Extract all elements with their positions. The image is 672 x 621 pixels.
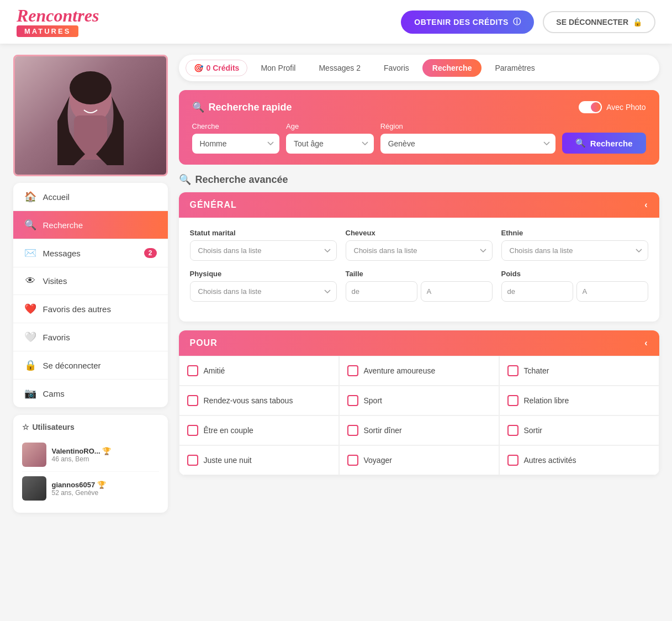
sidebar-item-messages[interactable]: ✉️ Messages 2 [13, 239, 168, 267]
sidebar-item-cams[interactable]: 📷 Cams [13, 380, 168, 407]
info-icon: ⓘ [513, 17, 521, 27]
physique-select[interactable]: Choisis dans la liste [190, 281, 337, 302]
user-item-1[interactable]: ValentinoRO... 🏆 46 ans, Bern [22, 438, 159, 472]
profile-image [15, 56, 166, 175]
checkbox-8[interactable] [507, 425, 518, 436]
filter-row-2: Physique Choisis dans la liste Taille de [190, 270, 648, 302]
sidebar-item-favoris-autres[interactable]: ❤️ Favoris des autres [13, 295, 168, 323]
pour-checkbox-item-6[interactable]: Être en couple [179, 415, 339, 445]
nav-menu: 🏠 Accueil 🔍 Recherche ✉️ Messages 2 👁 Vi… [13, 183, 168, 407]
ethnie-select[interactable]: Choisis dans la liste [501, 240, 648, 261]
pour-section-header[interactable]: POUR ‹ [179, 330, 659, 356]
sidebar-item-recherche[interactable]: 🔍 Recherche [13, 211, 168, 239]
pour-checkbox-item-5[interactable]: Relation libre [499, 386, 659, 415]
logo-subtitle: MATURES [17, 25, 78, 37]
cheveux-label: Cheveux [346, 229, 493, 237]
age-label: Age [286, 122, 374, 130]
profile-photo [13, 55, 168, 176]
pour-checkbox-item-8[interactable]: Sortir [499, 415, 659, 445]
region-field: Région Genève Zurich Berne Lausanne [380, 122, 555, 154]
statut-select[interactable]: Choisis dans la liste [190, 240, 337, 261]
checkbox-11[interactable] [507, 455, 518, 466]
quick-search-panel: 🔍 Recherche rapide Avec Photo Cherche Ho… [179, 90, 659, 165]
pour-checkbox-item-3[interactable]: Rendez-vous sans tabous [179, 386, 339, 415]
pour-checkbox-item-11[interactable]: Autres activités [499, 445, 659, 475]
age-field: Age Tout âge 18-25 26-35 36-45 46-55 56+ [286, 122, 374, 154]
taille-a-select[interactable]: A [421, 281, 493, 302]
checkbox-10[interactable] [347, 455, 358, 466]
cheveux-select[interactable]: Choisis dans la liste [346, 240, 493, 261]
sidebar-label-recherche: Recherche [43, 220, 83, 230]
checkbox-7[interactable] [347, 425, 358, 436]
ethnie-field: Ethnie Choisis dans la liste [501, 229, 648, 261]
lock-icon: 🔒 [633, 18, 642, 27]
search-btn-icon: 🔍 [575, 138, 586, 148]
get-credits-label: OBTENIR DES CRÉDITS [414, 18, 509, 27]
get-credits-button[interactable]: OBTENIR DES CRÉDITS ⓘ [401, 10, 534, 34]
general-section-card: GÉNÉRAL ‹ Statut marital Choisis dans la… [179, 192, 659, 322]
checkbox-9[interactable] [187, 455, 198, 466]
checkbox-5[interactable] [507, 395, 518, 406]
tab-messages[interactable]: Messages 2 [309, 59, 370, 77]
physique-label: Physique [190, 270, 337, 278]
pour-checkbox-item-10[interactable]: Voyager [339, 445, 499, 475]
user-meta-1: 46 ans, Bern [52, 455, 112, 463]
user-info-2: giannos6057 🏆 52 ans, Genève [52, 481, 106, 497]
pour-checkbox-item-4[interactable]: Sport [339, 386, 499, 415]
cheveux-field: Cheveux Choisis dans la liste [346, 229, 493, 261]
search-btn-label: Recherche [590, 139, 633, 148]
general-section-header[interactable]: GÉNÉRAL ‹ [179, 192, 659, 218]
logo-title: Rencontres [17, 7, 99, 24]
search-icon: 🔍 [24, 219, 36, 231]
sidebar-item-visites[interactable]: 👁 Visites [13, 267, 168, 295]
photo-toggle-wrap: Avec Photo [579, 101, 645, 113]
toggle-label: Avec Photo [606, 103, 645, 112]
tab-favoris[interactable]: Favoris [374, 59, 419, 77]
chevron-left-pour-icon: ‹ [644, 338, 648, 348]
poids-a-select[interactable]: A [576, 281, 648, 302]
home-icon: 🏠 [24, 191, 36, 203]
pour-checkbox-item-2[interactable]: Tchater [499, 356, 659, 386]
poids-de-select[interactable]: de [501, 281, 573, 302]
credits-value: 0 Crédits [207, 64, 240, 72]
photo-toggle[interactable] [579, 101, 602, 113]
cherche-select[interactable]: Homme Femme [192, 134, 280, 154]
tab-parametres[interactable]: Paramètres [485, 59, 544, 77]
sidebar-item-deconnecter[interactable]: 🔒 Se déconnecter [13, 351, 168, 380]
disconnect-button[interactable]: SE DÉCONNECTER 🔒 [543, 11, 655, 33]
filter-row-1: Statut marital Choisis dans la liste Che… [190, 229, 648, 261]
sidebar-item-accueil[interactable]: 🏠 Accueil [13, 183, 168, 211]
users-title: ☆ Utilisateurs [22, 423, 159, 431]
pour-checkbox-item-9[interactable]: Juste une nuit [179, 445, 339, 475]
pour-checkbox-item-7[interactable]: Sortir dîner [339, 415, 499, 445]
user-item-2[interactable]: giannos6057 🏆 52 ans, Genève [22, 472, 159, 505]
checkbox-1[interactable] [347, 365, 358, 376]
taille-de-select[interactable]: de [346, 281, 417, 302]
mail-icon: ✉️ [24, 247, 36, 259]
tab-recherche[interactable]: Recherche [422, 59, 482, 77]
checkbox-6[interactable] [187, 425, 198, 436]
tab-profil[interactable]: Mon Profil [251, 59, 305, 77]
pour-checkbox-item-0[interactable]: Amitié [179, 356, 339, 386]
quick-search-header: 🔍 Recherche rapide Avec Photo [192, 101, 646, 113]
age-select[interactable]: Tout âge 18-25 26-35 36-45 46-55 56+ [286, 134, 374, 154]
region-label: Région [380, 122, 555, 130]
checkbox-0[interactable] [187, 365, 198, 376]
checkbox-4[interactable] [347, 395, 358, 406]
pour-checkbox-grid: AmitiéAventure amoureuseTchaterRendez-vo… [179, 356, 659, 475]
messages-badge: 2 [144, 248, 157, 258]
region-select[interactable]: Genève Zurich Berne Lausanne [380, 134, 555, 154]
taille-label: Taille [346, 270, 493, 278]
ethnie-label: Ethnie [501, 229, 648, 237]
checkbox-2[interactable] [507, 365, 518, 376]
user-name-2: giannos6057 🏆 [52, 481, 106, 489]
pour-checkbox-item-1[interactable]: Aventure amoureuse [339, 356, 499, 386]
checkbox-3[interactable] [187, 395, 198, 406]
user-name-1: ValentinoRO... 🏆 [52, 447, 112, 455]
pour-title: POUR [190, 338, 218, 348]
sidebar-item-favoris[interactable]: 🤍 Favoris [13, 323, 168, 351]
content: 🎯 0 Crédits Mon Profil Messages 2 Favori… [179, 55, 659, 513]
physique-field: Physique Choisis dans la liste [190, 270, 337, 302]
search-button[interactable]: 🔍 Recherche [562, 133, 646, 154]
sidebar-label-accueil: Accueil [43, 192, 70, 202]
